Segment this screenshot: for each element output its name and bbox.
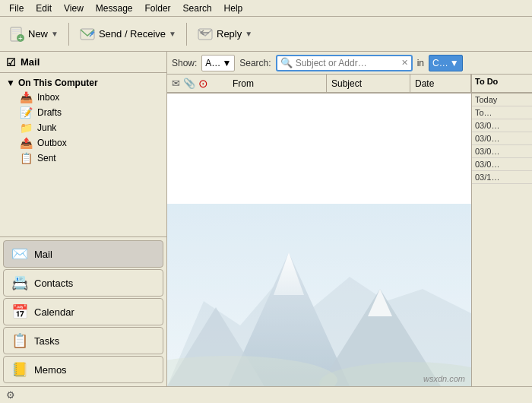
right-panel-item-3[interactable]: 03/0…: [472, 132, 532, 145]
scroll-area[interactable]: wsxdn.com: [167, 94, 471, 386]
reply-button[interactable]: Reply ▼: [192, 21, 258, 48]
nav-tasks-label: Tasks: [34, 335, 59, 347]
nav-contacts[interactable]: 📇 Contacts: [3, 269, 163, 297]
svg-rect-9: [198, 29, 212, 40]
folder-junk-label: Junk: [37, 122, 56, 133]
folder-drafts[interactable]: 📝 Drafts: [0, 105, 166, 120]
in-select[interactable]: C… ▼: [429, 55, 463, 71]
sidebar: ☑ Mail ▼ On This Computer 📥 Inbox 📝 Draf…: [0, 52, 167, 386]
collapse-icon: ▼: [6, 78, 15, 88]
sidebar-nav: ✉️ Mail 📇 Contacts 📅 Calendar 📋 Tasks 📒 …: [0, 236, 166, 386]
nav-contacts-label: Contacts: [34, 278, 73, 289]
folder-section-header[interactable]: ▼ On This Computer: [0, 76, 166, 90]
email-body: wsxdn.com: [167, 94, 471, 386]
content-area: Show: A… ▼ Search: 🔍 ✕ in C… ▼ ✉ 📎: [167, 52, 532, 386]
nav-memos-label: Memos: [34, 364, 67, 376]
folder-sent[interactable]: 📋 Sent: [0, 151, 166, 166]
sidebar-header: ☑ Mail: [0, 52, 166, 73]
memos-nav-icon: 📒: [11, 361, 28, 378]
folder-outbox[interactable]: 📤 Outbox: [0, 135, 166, 151]
new-button[interactable]: + New ▼: [3, 21, 64, 48]
search-icon: 🔍: [280, 57, 293, 68]
statusbar: ⚙: [0, 386, 532, 403]
search-input[interactable]: [296, 58, 398, 68]
reply-dropdown-arrow[interactable]: ▼: [245, 30, 252, 38]
show-value: A…: [205, 58, 220, 68]
folder-outbox-label: Outbox: [37, 138, 67, 148]
send-receive-dropdown-arrow[interactable]: ▼: [169, 30, 176, 38]
right-panel: Today To… 03/0… 03/0… 03/0… 03/0… 03/1…: [471, 94, 532, 386]
column-header-row: ✉ 📎 ⊙ From Subject Date To Do: [167, 75, 532, 94]
menu-view[interactable]: View: [58, 2, 90, 15]
in-value: C…: [432, 58, 448, 68]
section-label: On This Computer: [18, 78, 98, 88]
send-receive-button[interactable]: Send / Receive ▼: [74, 21, 182, 48]
show-select[interactable]: A… ▼: [201, 55, 235, 71]
statusbar-icon: ⚙: [6, 389, 15, 401]
menu-search[interactable]: Search: [177, 2, 218, 15]
nav-tasks[interactable]: 📋 Tasks: [3, 327, 163, 354]
menu-message[interactable]: Message: [90, 2, 139, 15]
menu-folder[interactable]: Folder: [139, 2, 177, 15]
nav-mail-label: Mail: [34, 249, 52, 260]
drafts-icon: 📝: [20, 106, 33, 119]
svg-rect-3: [12, 33, 17, 34]
svg-rect-2: [12, 31, 20, 32]
in-label: in: [417, 58, 424, 68]
sidebar-header-label: Mail: [21, 56, 40, 68]
content-with-scroll: wsxdn.com Today To… 03/0… 03/0… 03/0… 03…: [167, 94, 532, 386]
search-clear-icon[interactable]: ✕: [401, 58, 408, 68]
new-label: New: [28, 28, 48, 40]
folder-junk[interactable]: 📁 Junk: [0, 120, 166, 135]
right-panel-item-1[interactable]: To…: [472, 106, 532, 119]
nav-memos[interactable]: 📒 Memos: [3, 356, 163, 383]
new-dropdown-arrow[interactable]: ▼: [51, 30, 59, 38]
nav-mail[interactable]: ✉️ Mail: [3, 240, 163, 268]
junk-icon: 📁: [20, 122, 33, 134]
folder-drafts-label: Drafts: [37, 107, 62, 118]
filter-bar: Show: A… ▼ Search: 🔍 ✕ in C… ▼: [167, 52, 532, 75]
right-panel-item-2[interactable]: 03/0…: [472, 119, 532, 132]
show-dropdown-arrow: ▼: [222, 58, 231, 68]
show-label: Show:: [172, 58, 197, 68]
menu-file[interactable]: File: [3, 2, 30, 15]
priority-col-icon: ⊙: [198, 77, 208, 90]
paperclip-col-icon: 📎: [183, 78, 195, 89]
mail-nav-icon: ✉️: [11, 246, 28, 262]
folder-sent-label: Sent: [37, 153, 56, 163]
right-panel-item-6[interactable]: 03/1…: [472, 171, 532, 184]
col-date-header[interactable]: Date: [410, 75, 471, 92]
right-panel-item-4[interactable]: 03/0…: [472, 145, 532, 158]
col-from-header[interactable]: From: [228, 75, 327, 92]
calendar-nav-icon: 📅: [11, 303, 28, 320]
sent-icon: 📋: [20, 152, 33, 164]
folder-inbox-label: Inbox: [37, 92, 59, 103]
menu-help[interactable]: Help: [218, 2, 249, 15]
menu-edit[interactable]: Edit: [30, 2, 58, 15]
mail-check-icon: ☑: [6, 56, 16, 68]
new-icon: +: [8, 26, 25, 43]
right-panel-today[interactable]: Today: [472, 94, 532, 106]
folder-inbox[interactable]: 📥 Inbox: [0, 90, 166, 105]
tasks-nav-icon: 📋: [11, 332, 28, 349]
nav-calendar[interactable]: 📅 Calendar: [3, 298, 163, 325]
toolbar-sep-2: [186, 23, 187, 46]
svg-rect-1: [12, 29, 20, 30]
col-headers: ✉ 📎 ⊙ From Subject Date: [167, 75, 471, 93]
inbox-icon: 📥: [20, 91, 33, 103]
contacts-nav-icon: 📇: [11, 274, 28, 291]
col-icons: ✉ 📎 ⊙: [167, 77, 228, 90]
send-receive-icon: [79, 26, 96, 43]
in-dropdown-arrow: ▼: [450, 58, 459, 68]
reply-icon: [197, 26, 214, 43]
outbox-icon: 📤: [20, 137, 33, 149]
toolbar-sep-1: [68, 23, 69, 46]
search-box[interactable]: 🔍 ✕: [276, 55, 413, 71]
nav-calendar-label: Calendar: [34, 306, 74, 318]
search-label: Search:: [239, 58, 271, 68]
col-subject-header[interactable]: Subject: [327, 75, 410, 92]
right-panel-item-5[interactable]: 03/0…: [472, 158, 532, 171]
reply-label: Reply: [217, 28, 242, 40]
send-receive-label: Send / Receive: [99, 28, 166, 40]
envelope-col-icon: ✉: [172, 78, 180, 89]
